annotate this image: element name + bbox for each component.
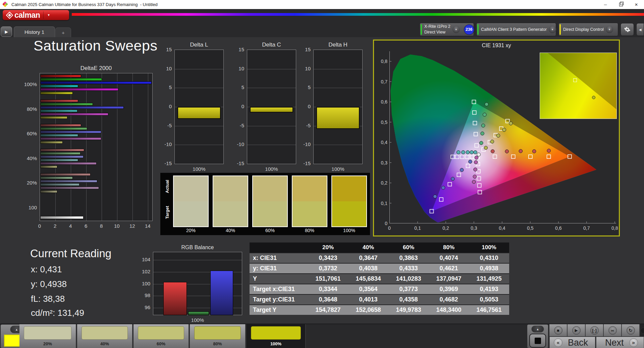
axis-label: 0,1: [411, 225, 424, 231]
deltae-bar-green: [40, 127, 87, 130]
pattern-level-60%[interactable]: 60%: [133, 324, 189, 348]
axis-label: 15: [298, 47, 311, 52]
actual-swatch: [213, 176, 248, 201]
cie-inset: [540, 53, 617, 119]
swatch-row-label: Target: [165, 210, 170, 219]
cie-1931-panel[interactable]: CIE 1931 xy 00,10,20,30,40,50,60,70,800,…: [373, 40, 620, 236]
pattern-window-button[interactable]: [529, 334, 546, 348]
axis-label: 5: [231, 84, 244, 90]
deltae-bar-green: [40, 78, 102, 81]
source-label: CalMAN Client 3 Pattern Generator: [481, 27, 547, 32]
axis-label: 0,6: [552, 225, 565, 231]
transport-single-measure-button[interactable]: [·]: [586, 324, 604, 336]
table-row-label: x: CIE31: [250, 255, 308, 262]
table-cell: 0,4038: [348, 265, 388, 272]
delta-plot[interactable]: [174, 50, 224, 164]
stop-icon: ■: [554, 326, 562, 335]
calman-logo-text: calman: [14, 11, 40, 20]
axis-label: 0: [375, 221, 387, 226]
back-button[interactable]: « Back: [549, 337, 595, 348]
axis-label: 0,4: [375, 140, 387, 145]
axis-label: -5: [298, 123, 311, 128]
table-cell: 131,4925: [469, 275, 509, 282]
axis-label: 20%: [17, 180, 37, 186]
chevron-down-icon: ▼: [606, 26, 613, 33]
table-cell: 0,4621: [429, 265, 469, 272]
target-swatch: [332, 201, 366, 226]
pattern-level-40%[interactable]: 40%: [77, 324, 133, 348]
table-row-label: y: CIE31: [250, 265, 308, 272]
axis-label: 40%: [17, 155, 37, 161]
gridline: [175, 145, 223, 145]
gridline: [148, 73, 148, 221]
pattern-level-20%[interactable]: 20%: [19, 324, 76, 348]
inactive-circle: [640, 328, 644, 334]
delta-plot[interactable]: [313, 50, 363, 164]
swatch-label: 100%: [331, 228, 367, 233]
axis-label: 15: [159, 47, 172, 52]
table-cell: 146,7561: [469, 306, 509, 314]
axis-label: 0,3: [375, 160, 387, 165]
cie-measured-cyan: [470, 150, 474, 154]
cie-measured-yellow: [502, 128, 506, 132]
window-controls: ─ ✕: [598, 0, 644, 9]
actual-swatch: [174, 176, 208, 201]
transport-continuous-button[interactable]: ∞: [604, 324, 622, 336]
chart-title: Delta H: [313, 42, 363, 48]
axis-label: 0: [159, 103, 172, 109]
compare-swatch: [292, 176, 327, 227]
chart-title: Delta C: [247, 42, 296, 48]
swatch-label: 80%: [292, 228, 327, 233]
meter-dropdown[interactable]: X-Rite i1Pro 2 Direct View ▼ 236: [420, 23, 474, 36]
transport-stop-button[interactable]: ■: [549, 324, 568, 336]
gridline: [86, 73, 87, 221]
next-button[interactable]: Next »: [596, 337, 644, 348]
saturation-swatch-compare-panel[interactable]: ActualTarget20%40%60%80%100%: [160, 173, 370, 235]
tab-history-1[interactable]: History 1: [14, 26, 55, 37]
add-tab-button[interactable]: +: [55, 27, 71, 37]
table-cell: 148,3400: [429, 306, 469, 314]
swatch-label: 40%: [213, 228, 248, 233]
close-button[interactable]: ✕: [629, 0, 644, 9]
cie-inset-out-of-gamut: [540, 53, 616, 119]
transport-refresh-button[interactable]: ↻: [622, 324, 640, 336]
minimize-button[interactable]: ─: [598, 0, 613, 9]
swatch-label: 60%: [252, 228, 288, 233]
axis-label: -10: [231, 141, 244, 147]
collapse-panel-button[interactable]: ◀: [636, 23, 644, 36]
calman-menu-button[interactable]: calman ▼: [3, 10, 69, 20]
deltae-bar-red: [40, 173, 91, 176]
page-title: Saturation Sweeps: [34, 38, 157, 54]
meter-reading-badge[interactable]: 236: [464, 24, 474, 35]
expand-up-button[interactable]: ▲: [531, 326, 544, 333]
transport-play-button[interactable]: ▶: [568, 324, 586, 336]
table-cell: 0,5053: [469, 296, 509, 303]
chart-title: DeltaE 2000: [40, 65, 153, 72]
pattern-level-100%[interactable]: 100%: [247, 324, 306, 348]
axis-label: 0: [298, 103, 311, 109]
deltae-bar-red: [40, 75, 81, 77]
axis-label: 0,5: [375, 120, 387, 125]
axis-label: 0,2: [375, 180, 387, 186]
device-bar: X-Rite i1Pro 2 Direct View ▼ 236 CalMAN …: [420, 23, 644, 36]
axis-label: 12: [127, 223, 137, 229]
pattern-level-label: 40%: [77, 341, 132, 346]
settings-button[interactable]: [621, 23, 634, 36]
axis-label: 0,2: [439, 225, 452, 231]
deltae-bar-red: [40, 99, 78, 102]
deltae-plot[interactable]: [40, 73, 153, 221]
table-cell: 137,0947: [429, 275, 469, 282]
table-header-cell: 40%: [348, 244, 388, 251]
tab-scroll-button[interactable]: ▶: [1, 26, 12, 37]
deltae-bar-cyan: [40, 134, 78, 137]
chevron-down-icon: ▼: [452, 26, 460, 33]
cie-measured-green: [480, 141, 483, 145]
restore-button[interactable]: [613, 0, 629, 9]
display-dropdown[interactable]: Direct Display Control ▼: [558, 23, 618, 36]
source-dropdown[interactable]: CalMAN Client 3 Pattern Generator ▼: [476, 23, 556, 36]
rgb-plot[interactable]: [153, 252, 242, 315]
delta-bar: [177, 107, 221, 119]
actual-swatch: [292, 176, 327, 201]
pattern-level-80%[interactable]: 80%: [190, 324, 246, 348]
delta-plot[interactable]: [247, 50, 296, 164]
